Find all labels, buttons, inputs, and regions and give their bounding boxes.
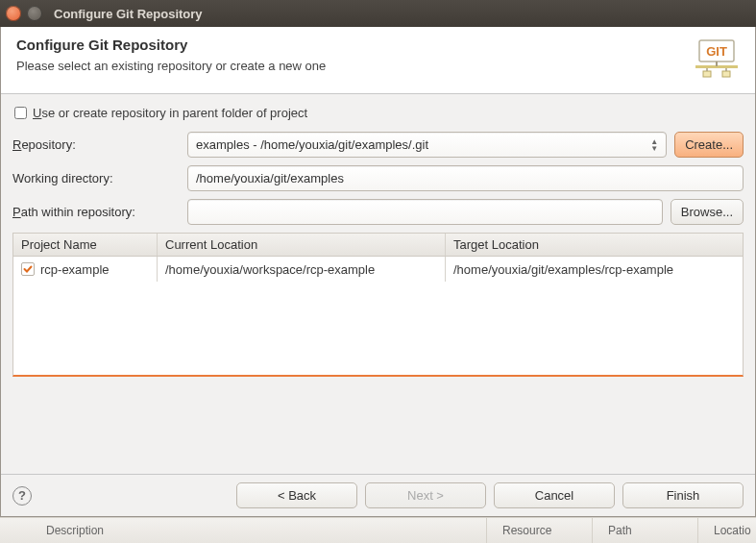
projects-table: Project Name Current Location Target Loc… — [12, 233, 744, 377]
repository-row: Repository: examples - /home/youxia/git/… — [12, 132, 744, 158]
svg-rect-5 — [722, 71, 730, 77]
parent-folder-checkbox[interactable] — [14, 107, 27, 119]
parent-folder-label: Use or create repository in parent folde… — [33, 106, 307, 120]
cell-target: /home/youxia/git/examples/rcp-example — [446, 257, 743, 282]
browse-button[interactable]: Browse... — [671, 199, 744, 225]
back-button[interactable]: < Back — [236, 482, 357, 508]
bg-col-description: Description — [31, 518, 487, 543]
next-button: Next > — [365, 482, 486, 508]
page-subtitle: Please select an existing repository or … — [16, 59, 740, 73]
repository-label: Repository: — [12, 137, 180, 152]
help-icon[interactable]: ? — [12, 486, 32, 506]
close-icon[interactable] — [6, 6, 21, 21]
working-dir-row: Working directory: — [12, 165, 744, 191]
dialog-window: Configure Git Repository Please select a… — [0, 27, 756, 517]
parent-folder-checkbox-row[interactable]: Use or create repository in parent folde… — [14, 106, 744, 120]
dialog-footer: ? < Back Next > Cancel Finish — [1, 474, 755, 516]
window-title: Configure Git Repository — [54, 7, 203, 21]
git-icon: GIT — [694, 37, 740, 83]
titlebar: Configure Git Repository — [0, 0, 756, 27]
repository-value: examples - /home/youxia/git/examples/.gi… — [196, 137, 428, 152]
check-icon — [23, 264, 33, 274]
col-current[interactable]: Current Location — [158, 234, 446, 256]
cell-project: rcp-example — [13, 257, 158, 282]
create-button[interactable]: Create... — [674, 132, 744, 158]
table-row[interactable]: rcp-example /home/youxia/workspace/rcp-e… — [13, 257, 743, 282]
working-dir-input[interactable] — [187, 165, 744, 191]
chevron-updown-icon: ▲▼ — [650, 138, 658, 152]
col-project[interactable]: Project Name — [13, 234, 158, 256]
svg-rect-4 — [703, 71, 711, 77]
svg-text:GIT: GIT — [706, 44, 727, 59]
cancel-button[interactable]: Cancel — [494, 482, 615, 508]
minimize-icon[interactable] — [27, 6, 42, 21]
row-checkbox[interactable] — [21, 262, 35, 276]
table-header: Project Name Current Location Target Loc… — [13, 234, 743, 257]
page-title: Configure Git Repository — [16, 37, 740, 53]
working-dir-label: Working directory: — [12, 171, 180, 185]
cell-current: /home/youxia/workspace/rcp-example — [158, 257, 446, 282]
bg-col-location: Locatio — [698, 518, 756, 543]
bg-col-resource: Resource — [487, 518, 593, 543]
bg-col-path: Path — [593, 518, 698, 543]
path-label: Path within repository: — [12, 205, 180, 219]
col-target[interactable]: Target Location — [446, 234, 743, 256]
finish-button[interactable]: Finish — [622, 482, 744, 508]
path-row: Path within repository: Browse... — [12, 199, 744, 225]
path-input[interactable] — [187, 199, 663, 225]
dialog-body: Use or create repository in parent folde… — [1, 94, 755, 383]
dialog-header: Configure Git Repository Please select a… — [1, 27, 755, 94]
repository-combobox[interactable]: examples - /home/youxia/git/examples/.gi… — [187, 132, 667, 158]
background-problems-header: Description Resource Path Locatio — [0, 517, 756, 543]
